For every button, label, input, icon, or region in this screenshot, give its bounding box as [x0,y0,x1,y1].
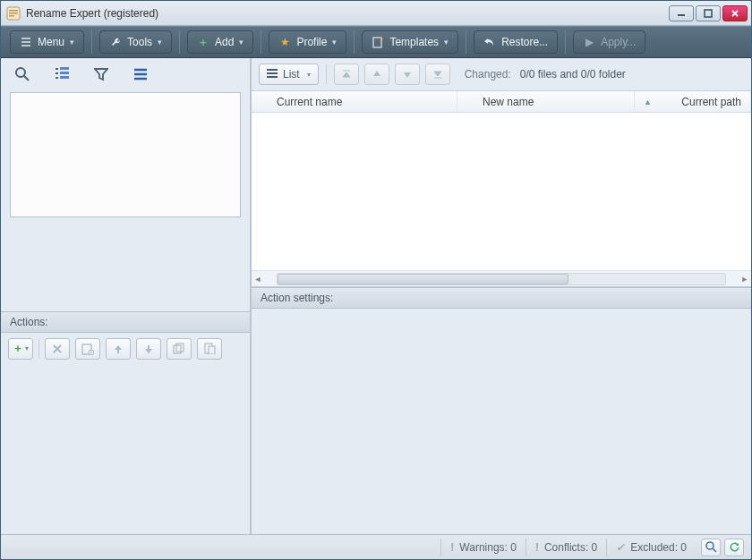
svg-rect-16 [209,346,215,354]
action-add-button[interactable]: ＋▾ [8,338,33,360]
svg-rect-5 [705,10,712,17]
list-icon[interactable] [128,64,153,85]
list-view-icon [267,68,278,81]
status-warnings-label: Warnings: 0 [459,541,517,554]
status-bar: !Warnings: 0 !Conflicts: 0 ✓Excluded: 0 [1,534,751,559]
action-settings-label: Action settings: [261,292,333,304]
apply-button[interactable]: ▶ Apply... [573,30,645,54]
nav-down-button[interactable] [395,64,420,85]
app-icon [6,6,21,21]
add-label: Add [215,36,234,48]
left-pane: Actions: ＋▾ [1,58,252,534]
templates-icon [372,36,384,48]
nav-up-button[interactable] [364,64,389,85]
nav-top-button[interactable] [334,64,359,85]
toolbar-divider [354,30,355,54]
apply-label: Apply... [601,36,636,48]
scroll-thumb[interactable] [278,274,568,284]
profile-label: Profile [296,36,327,48]
svg-rect-18 [267,72,278,74]
svg-rect-0 [7,7,20,20]
horizontal-scrollbar[interactable]: ◄ ► [252,270,751,286]
chevron-down-icon: ▾ [332,38,337,47]
table-body[interactable] [252,113,751,270]
restore-label: Restore... [501,36,548,48]
toolbar-divider [91,30,92,54]
svg-rect-13 [174,345,181,353]
hamburger-icon [20,36,32,48]
status-conflicts-label: Conflicts: 0 [544,541,597,554]
content-area: Actions: ＋▾ List ▾ Changed: [1,58,751,534]
status-warnings[interactable]: !Warnings: 0 [440,539,526,556]
status-excluded[interactable]: ✓Excluded: 0 [606,539,696,556]
chevron-down-icon: ▾ [307,71,311,79]
list-view-label: List [283,68,300,81]
play-icon: ▶ [583,36,595,48]
svg-point-20 [706,542,714,549]
action-move-up-button[interactable] [106,338,131,360]
actions-header: Actions: [1,311,250,333]
list-view-button[interactable]: List ▾ [259,64,319,85]
svg-rect-6 [373,38,381,47]
toolbar-divider [179,30,180,54]
profile-button[interactable]: ★ Profile ▾ [269,30,346,54]
action-copy-button[interactable] [167,338,192,360]
chevron-down-icon: ▾ [239,38,244,47]
left-toolbar [1,58,250,90]
action-delete-button[interactable] [45,338,70,360]
plus-icon: ＋ [197,36,209,48]
svg-rect-15 [205,344,212,353]
svg-rect-3 [9,15,14,17]
filter-icon[interactable] [89,64,114,85]
svg-rect-11 [82,344,91,354]
close-button[interactable] [722,5,748,21]
changed-value: 0/0 files and 0/0 folder [520,68,626,81]
undo-icon [483,36,496,48]
wrench-icon [109,36,122,48]
filter-off-icon: ✓ [616,541,625,554]
scroll-left-icon[interactable]: ◄ [252,275,264,284]
nav-bottom-button[interactable] [425,64,450,85]
add-button[interactable]: ＋ Add ▾ [187,30,253,54]
restore-button[interactable]: Restore... [474,30,558,54]
menu-label: Menu [38,36,64,48]
tree-expand-icon[interactable] [49,64,74,85]
status-refresh-button[interactable] [724,539,744,556]
maximize-button[interactable] [696,5,721,21]
status-conflicts[interactable]: !Conflicts: 0 [526,539,606,556]
search-icon[interactable] [10,64,35,85]
svg-point-12 [89,350,94,355]
right-pane: List ▾ Changed: 0/0 files and 0/0 folder… [252,58,751,534]
toolbar-divider [466,30,466,54]
toolbar-divider [261,30,261,54]
menu-button[interactable]: Menu ▾ [10,30,84,54]
action-paste-button[interactable] [197,338,222,360]
svg-rect-17 [267,69,278,71]
svg-rect-9 [60,72,69,74]
col-current-name[interactable]: Current name [252,91,457,112]
col-current-path[interactable]: ▲Current path [635,91,751,112]
warning-icon: ! [450,541,454,554]
title-bar: Rename Expert (registered) [1,1,751,26]
svg-rect-19 [267,76,278,78]
svg-rect-10 [60,76,69,79]
warning-icon: ! [535,541,539,554]
actions-toolbar: ＋▾ [1,333,250,365]
right-toolbar: List ▾ Changed: 0/0 files and 0/0 folder [252,58,751,90]
star-icon: ★ [278,36,291,48]
svg-rect-4 [678,14,685,16]
scroll-track[interactable] [277,273,726,285]
tree-view[interactable] [10,92,241,217]
svg-rect-14 [176,344,184,352]
status-search-button[interactable] [701,539,721,556]
minimize-button[interactable] [669,5,694,21]
scroll-right-icon[interactable]: ► [739,275,751,284]
main-toolbar: Menu ▾ Tools ▾ ＋ Add ▾ ★ Profile ▾ Templ… [1,26,751,58]
templates-button[interactable]: Templates ▾ [362,30,458,54]
action-move-down-button[interactable] [136,338,161,360]
action-clear-button[interactable] [75,338,100,360]
toolbar-divider [565,30,566,54]
tools-button[interactable]: Tools ▾ [99,30,172,54]
col-new-name[interactable]: New name [457,91,635,112]
svg-rect-2 [9,13,18,14]
